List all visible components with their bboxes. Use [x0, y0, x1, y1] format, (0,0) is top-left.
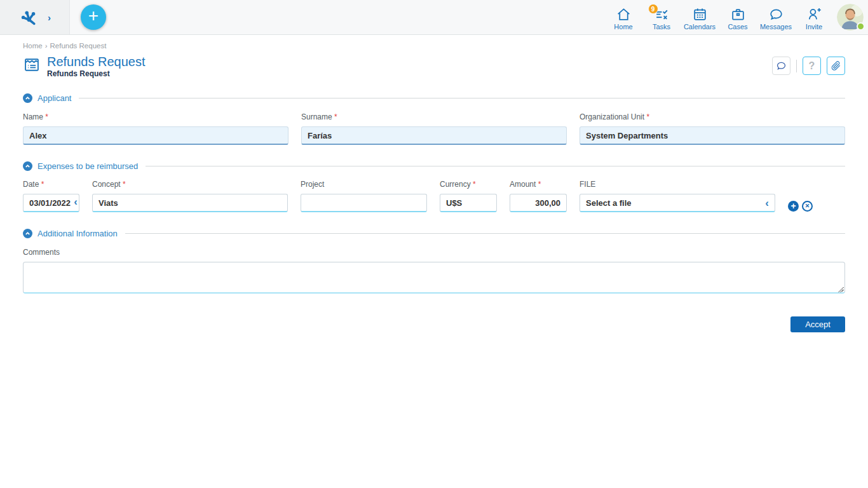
file-select-input[interactable]: Select a file ‹ — [580, 194, 775, 212]
comments-label-text: Comments — [23, 248, 60, 257]
page-header-actions: ? — [772, 57, 845, 75]
surname-required-asterisk: * — [334, 112, 337, 121]
section-divider — [79, 98, 845, 98]
collapse-applicant-button[interactable] — [23, 93, 32, 103]
page-title: Refunds Request — [47, 55, 146, 69]
nav-invite[interactable]: Invite — [795, 4, 833, 30]
field-comments: Comments — [23, 248, 845, 296]
comments-button[interactable] — [772, 57, 790, 75]
section-expenses-header: Expenses to be reimbursed — [23, 161, 845, 171]
sidebar-expand-chevron-icon[interactable]: › — [48, 12, 51, 23]
applicant-fields-row: Name * Surname * Organizational Unit * — [23, 112, 845, 145]
nav-messages[interactable]: Messages — [757, 4, 795, 30]
attachments-button[interactable] — [827, 57, 845, 75]
currency-required-asterisk: * — [473, 180, 476, 189]
nav-home-label: Home — [614, 23, 632, 30]
currency-label: Currency * — [440, 180, 497, 189]
nav-calendars-label: Calendars — [684, 23, 715, 30]
org-unit-label: Organizational Unit * — [580, 112, 845, 121]
org-unit-label-text: Organizational Unit — [580, 112, 644, 121]
section-additional-header: Additional Information — [23, 229, 845, 238]
concept-input[interactable] — [92, 194, 288, 212]
app-logo-icon — [18, 7, 39, 27]
page-title-block: Refunds Request Refunds Request — [47, 55, 146, 78]
concept-label-text: Concept — [92, 180, 121, 189]
remove-row-button[interactable]: ✕ — [802, 201, 813, 212]
cases-icon — [730, 6, 746, 22]
concept-label: Concept * — [92, 180, 288, 189]
date-label-text: Date — [23, 180, 39, 189]
breadcrumb-current: Refunds Request — [50, 42, 107, 50]
form-footer: Accept — [23, 316, 845, 332]
amount-label: Amount * — [510, 180, 567, 189]
form-document-icon — [23, 56, 41, 74]
comments-textarea[interactable] — [23, 262, 845, 294]
date-label: Date * — [23, 180, 79, 189]
field-organizational-unit: Organizational Unit * — [580, 112, 845, 145]
help-button[interactable]: ? — [803, 57, 821, 75]
calendar-icon — [692, 6, 708, 22]
project-input[interactable] — [301, 194, 427, 212]
page-header: Refunds Request Refunds Request ? — [23, 55, 845, 78]
header-actions-divider — [796, 60, 797, 72]
expense-row-actions: + ✕ — [788, 197, 813, 212]
field-date: Date * ‹ — [23, 180, 79, 212]
nav-calendars[interactable]: Calendars — [681, 4, 719, 30]
file-label-text: FILE — [580, 180, 595, 189]
breadcrumb-separator: › — [45, 42, 48, 50]
comment-bubble-icon — [776, 60, 787, 71]
app-logo-area[interactable]: › — [0, 0, 70, 34]
home-icon — [616, 6, 632, 22]
add-row-button[interactable]: + — [788, 201, 799, 212]
nav-tasks-label: Tasks — [653, 23, 670, 30]
field-file: FILE Select a file ‹ — [580, 180, 775, 212]
tasks-icon: 9 — [654, 6, 670, 22]
section-expenses-title: Expenses to be reimbursed — [37, 161, 138, 171]
nav-invite-label: Invite — [806, 23, 822, 30]
amount-input[interactable] — [510, 194, 567, 212]
invite-icon — [806, 6, 822, 22]
name-label: Name * — [23, 112, 288, 121]
accept-button[interactable]: Accept — [790, 316, 845, 332]
nav-cases-label: Cases — [728, 23, 747, 30]
nav-home[interactable]: Home — [604, 4, 642, 30]
name-label-text: Name — [23, 112, 43, 121]
currency-input[interactable] — [440, 194, 497, 212]
date-required-asterisk: * — [41, 180, 44, 189]
field-currency: Currency * — [440, 180, 497, 212]
breadcrumb-home[interactable]: Home — [23, 42, 43, 50]
new-case-button[interactable]: + — [81, 4, 106, 30]
field-amount: Amount * — [510, 180, 567, 212]
field-project: Project — [301, 180, 427, 212]
breadcrumb: Home›Refunds Request — [23, 42, 845, 50]
messages-icon — [768, 6, 784, 22]
surname-label: Surname * — [301, 112, 567, 121]
nav-tasks[interactable]: 9 Tasks — [642, 4, 681, 30]
nav-cases[interactable]: Cases — [719, 4, 757, 30]
name-input[interactable] — [23, 126, 288, 145]
expenses-row: Date * ‹ Concept * Project Currency * Am… — [23, 180, 845, 212]
project-label: Project — [301, 180, 427, 189]
field-surname: Surname * — [301, 112, 567, 145]
date-input[interactable] — [23, 194, 79, 212]
file-label: FILE — [580, 180, 775, 189]
currency-label-text: Currency — [440, 180, 471, 189]
date-picker-chevron-icon[interactable]: ‹ — [74, 196, 78, 207]
amount-label-text: Amount — [510, 180, 536, 189]
section-divider — [146, 166, 845, 166]
comments-label: Comments — [23, 248, 845, 257]
collapse-additional-button[interactable] — [23, 229, 32, 238]
collapse-expenses-button[interactable] — [23, 161, 32, 171]
chevron-up-icon — [25, 163, 31, 169]
online-status-dot — [857, 22, 865, 30]
chevron-up-icon — [25, 95, 31, 101]
chevron-up-icon — [25, 231, 31, 236]
paperclip-icon — [831, 60, 841, 71]
surname-input[interactable] — [301, 126, 567, 145]
name-required-asterisk: * — [45, 112, 48, 121]
surname-label-text: Surname — [301, 112, 332, 121]
org-unit-input[interactable] — [580, 126, 845, 145]
nav-messages-label: Messages — [760, 23, 792, 30]
user-avatar[interactable] — [837, 4, 864, 30]
help-icon: ? — [809, 60, 815, 72]
